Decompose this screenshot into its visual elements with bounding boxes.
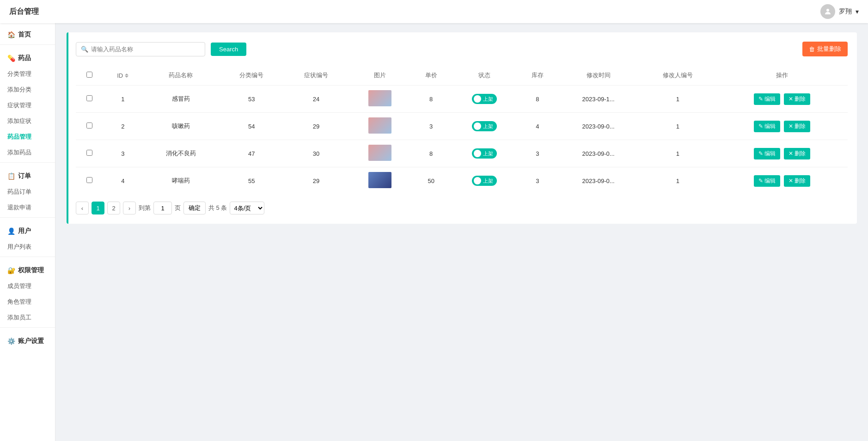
table-row: 2 咳嗽药 54 29 3 上架 4 2023-09-0... 1 ✎ 编辑 ✕… [76, 113, 848, 140]
main-content: 🔍 Search 🗑 批量删除 ID [55, 23, 868, 441]
sidebar-home-label: 首页 [18, 31, 31, 39]
row-price-2: 8 [411, 140, 451, 167]
sidebar-section-drug[interactable]: 💊 药品 [0, 47, 55, 66]
goto-page-input[interactable] [153, 202, 172, 214]
row-image-3 [348, 167, 411, 195]
sidebar-item-drug-order[interactable]: 药品订单 [0, 184, 55, 200]
table-row: 3 消化不良药 47 30 8 上架 3 2023-09-0... 1 ✎ 编辑… [76, 140, 848, 167]
status-toggle-0[interactable]: 上架 [472, 94, 497, 104]
edit-button-0[interactable]: ✎ 编辑 [754, 93, 780, 105]
row-category-1: 54 [219, 113, 284, 140]
row-category-2: 47 [219, 140, 284, 167]
sidebar-item-category-mgmt[interactable]: 分类管理 [0, 66, 55, 82]
row-select-0[interactable] [86, 95, 92, 101]
delete-button-1[interactable]: ✕ 删除 [784, 121, 810, 132]
row-select-3[interactable] [86, 177, 92, 183]
page-2-button[interactable]: 2 [107, 202, 120, 214]
prev-page-button[interactable]: ‹ [76, 202, 89, 214]
row-checkbox-1 [76, 113, 104, 140]
row-symptom-1: 29 [284, 113, 348, 140]
goto-confirm-button[interactable]: 确定 [183, 202, 206, 214]
delete-button-2[interactable]: ✕ 删除 [784, 148, 810, 159]
col-image: 图片 [348, 66, 411, 86]
sidebar-permission-label: 权限管理 [18, 266, 44, 275]
per-page-select[interactable]: 4条/页 10条/页 20条/页 [230, 202, 264, 214]
toggle-circle-0 [474, 95, 481, 103]
sidebar-section-user[interactable]: 👤 用户 [0, 220, 55, 239]
col-modifier-id: 修改人编号 [639, 66, 716, 86]
row-actions-0: ✎ 编辑 ✕ 删除 [716, 86, 848, 113]
row-id-3: 4 [104, 167, 142, 195]
app-title: 后台管理 [9, 7, 39, 17]
row-symptom-2: 30 [284, 140, 348, 167]
sidebar-item-user-list[interactable]: 用户列表 [0, 239, 55, 255]
sort-icon[interactable] [125, 74, 128, 78]
sidebar-section-order[interactable]: 📋 订单 [0, 165, 55, 184]
col-category-no: 分类编号 [219, 66, 284, 86]
row-actions-3: ✎ 编辑 ✕ 删除 [716, 167, 848, 195]
row-checkbox-0 [76, 86, 104, 113]
sidebar-item-symptom-mgmt[interactable]: 症状管理 [0, 98, 55, 113]
page-1-button[interactable]: 1 [92, 202, 104, 214]
delete-button-3[interactable]: ✕ 删除 [784, 175, 810, 187]
row-name-2: 消化不良药 [142, 140, 220, 167]
trash-icon: 🗑 [809, 46, 815, 53]
row-actions-2: ✎ 编辑 ✕ 删除 [716, 140, 848, 167]
search-input[interactable] [91, 43, 200, 56]
sidebar-section-permission[interactable]: 🔐 权限管理 [0, 259, 55, 278]
sidebar-section-account[interactable]: ⚙️ 账户设置 [0, 330, 55, 349]
edit-button-2[interactable]: ✎ 编辑 [754, 148, 780, 159]
row-select-2[interactable] [86, 150, 92, 156]
edit-button-3[interactable]: ✎ 编辑 [754, 175, 780, 187]
col-actions: 操作 [716, 66, 848, 86]
row-modifier-id-1: 1 [639, 113, 716, 140]
avatar [820, 4, 835, 19]
toggle-circle-3 [474, 177, 481, 184]
sidebar-section-home[interactable]: 🏠 首页 [0, 23, 55, 43]
sidebar-item-drug-mgmt[interactable]: 药品管理 [0, 129, 55, 145]
search-button[interactable]: Search [211, 43, 246, 56]
delete-button-0[interactable]: ✕ 删除 [784, 93, 810, 105]
row-status-0: 上架 [451, 86, 518, 113]
user-menu[interactable]: 罗翔 ▾ [820, 4, 859, 19]
edit-button-1[interactable]: ✎ 编辑 [754, 121, 780, 132]
next-page-button[interactable]: › [123, 202, 136, 214]
col-id: ID [104, 66, 142, 86]
sidebar-drug-label: 药品 [18, 54, 31, 62]
order-icon: 📋 [7, 172, 15, 180]
row-select-1[interactable] [86, 122, 92, 129]
row-stock-1: 4 [518, 113, 557, 140]
sidebar-item-add-drug[interactable]: 添加药品 [0, 145, 55, 160]
row-price-0: 8 [411, 86, 451, 113]
batch-delete-button[interactable]: 🗑 批量删除 [802, 42, 848, 56]
status-toggle-1[interactable]: 上架 [472, 121, 497, 131]
row-name-3: 哮喘药 [142, 167, 220, 195]
toggle-label-1: 上架 [483, 123, 493, 130]
row-modify-time-1: 2023-09-0... [557, 113, 639, 140]
main-layout: 🏠 首页 💊 药品 分类管理 添加分类 症状管理 添加症状 药品管理 添加药品 … [0, 23, 868, 441]
sidebar-item-refund[interactable]: 退款申请 [0, 200, 55, 215]
row-stock-0: 8 [518, 86, 557, 113]
select-all-checkbox[interactable] [86, 72, 92, 78]
sidebar-item-add-staff[interactable]: 添加员工 [0, 310, 55, 325]
status-toggle-3[interactable]: 上架 [472, 176, 497, 186]
sidebar-item-role-mgmt[interactable]: 角色管理 [0, 294, 55, 310]
sidebar-item-add-symptom[interactable]: 添加症状 [0, 113, 55, 129]
sidebar: 🏠 首页 💊 药品 分类管理 添加分类 症状管理 添加症状 药品管理 添加药品 … [0, 23, 55, 441]
row-id-2: 3 [104, 140, 142, 167]
table-row: 1 感冒药 53 24 8 上架 8 2023-09-1... 1 ✎ 编辑 ✕… [76, 86, 848, 113]
content-panel: 🔍 Search 🗑 批量删除 ID [67, 32, 857, 224]
row-id-0: 1 [104, 86, 142, 113]
table-row: 4 哮喘药 55 29 50 上架 3 2023-09-0... 1 ✎ 编辑 … [76, 167, 848, 195]
status-toggle-2[interactable]: 上架 [472, 148, 497, 159]
svg-point-0 [826, 9, 829, 12]
row-image-0 [348, 86, 411, 113]
col-status: 状态 [451, 66, 518, 86]
col-stock: 库存 [518, 66, 557, 86]
row-stock-3: 3 [518, 167, 557, 195]
sidebar-item-add-category[interactable]: 添加分类 [0, 82, 55, 98]
account-icon: ⚙️ [7, 337, 15, 345]
search-wrapper: 🔍 [76, 42, 205, 56]
col-name: 药品名称 [142, 66, 220, 86]
sidebar-item-member-mgmt[interactable]: 成员管理 [0, 278, 55, 294]
